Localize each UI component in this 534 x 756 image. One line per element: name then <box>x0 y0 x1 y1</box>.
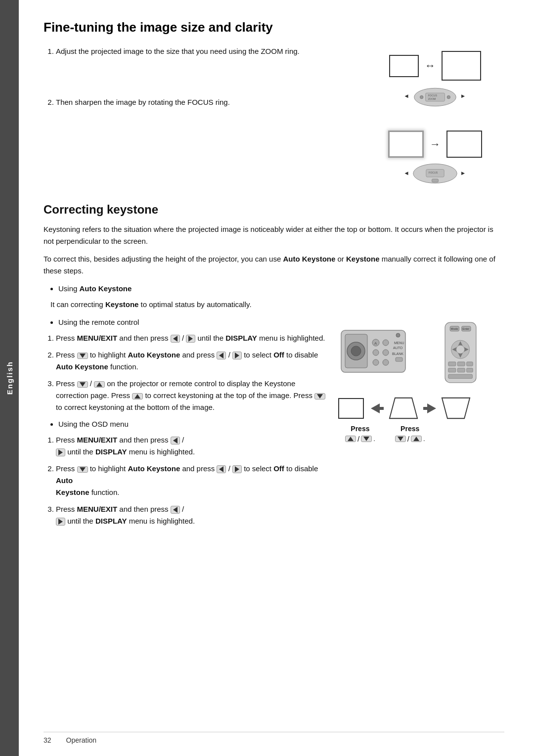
svg-text:◄: ◄ <box>403 170 409 176</box>
sidebar-label: English <box>5 361 14 395</box>
up-press-btn <box>345 436 356 442</box>
step-1: Adjust the projected image to the size t… <box>56 46 351 57</box>
left-osd-btn2 <box>217 465 226 473</box>
press-icons-1: / . <box>345 435 375 443</box>
svg-point-29 <box>396 333 400 337</box>
projector-focus-svg: ◄ ► FOCUS <box>403 161 467 188</box>
press-text-1: Press <box>351 425 369 433</box>
up-icon2 <box>134 394 140 399</box>
press-text-2: Press <box>400 425 419 433</box>
svg-point-22 <box>383 350 389 356</box>
left-osd-btn <box>171 437 180 445</box>
remote-svg: Mode Enter <box>437 320 484 385</box>
left-icon <box>173 336 178 342</box>
down-press-btn2 <box>395 436 406 442</box>
down-osd-btn <box>77 466 88 473</box>
footer-page: 32 <box>44 736 51 744</box>
focus-box-sharp <box>446 131 482 158</box>
right-icon <box>188 336 193 342</box>
trapezoid-bottom-svg <box>441 395 471 422</box>
step-2: Then sharpen the image by rotating the F… <box>56 97 351 108</box>
zoom-arrow: ↔ <box>425 59 436 72</box>
svg-point-7 <box>447 95 450 99</box>
shape-arrow2 <box>422 401 437 416</box>
svg-text:FOCUS: FOCUS <box>428 94 438 97</box>
focus-box-blur <box>388 131 424 158</box>
trapezoid-svg <box>389 395 418 422</box>
right-osd-btn2 <box>232 465 242 473</box>
zoom-boxes: ↔ <box>389 51 481 81</box>
svg-rect-48 <box>339 399 363 418</box>
svg-point-20 <box>383 340 389 346</box>
press-icons-2: / . <box>395 435 425 443</box>
bullet-remote: Using the remote control <box>58 316 326 328</box>
keystone-shapes-row: Press / . Press <box>336 392 504 443</box>
svg-marker-51 <box>423 403 436 413</box>
svg-rect-46 <box>467 368 473 372</box>
right-osd-icon3 <box>58 519 63 525</box>
keystone-intro2: To correct this, besides adjusting the h… <box>44 253 504 277</box>
left-osd-icon3 <box>173 507 178 513</box>
osd-steps: Press MENU/EXIT and then press / until t… <box>44 434 326 527</box>
projector-zoom-svg: ◄ ► FOCUS ZOOM <box>403 84 467 111</box>
svg-text:◄: ◄ <box>403 92 409 99</box>
fine-tuning-illustrations: ↔ ◄ ► FOCUS ZOOM <box>366 46 504 188</box>
osd-step-3: Press MENU/EXIT and then press / until t… <box>56 503 326 527</box>
down-press-btn <box>361 436 372 442</box>
sidebar-tab: English <box>0 0 19 756</box>
keystone-intro1: Keystoning refers to the situation where… <box>44 223 504 247</box>
down-icon2 <box>80 382 86 387</box>
svg-text:►: ► <box>460 92 466 99</box>
svg-rect-13 <box>432 179 439 182</box>
bold-keystone: Keystone <box>346 255 380 263</box>
down-icon3 <box>317 394 323 399</box>
svg-text:ZOOM: ZOOM <box>428 97 436 100</box>
up-press-icon2 <box>413 437 419 441</box>
osd-step-1: Press MENU/EXIT and then press / until t… <box>56 434 326 458</box>
fine-tuning-text: Adjust the projected image to the size t… <box>44 46 351 188</box>
normal-rect-svg <box>336 396 366 421</box>
osd-bullet: Using the OSD menu <box>44 418 326 430</box>
svg-rect-42 <box>457 362 465 366</box>
bullet-osd: Using the OSD menu <box>58 418 326 430</box>
zoom-illustration: ↔ ◄ ► FOCUS ZOOM <box>389 51 481 111</box>
press-label-2: Press / . <box>395 425 425 443</box>
remote-step-3: Press / on the projector or remote contr… <box>56 378 326 413</box>
right-osd-btn3 <box>56 518 65 526</box>
svg-rect-47 <box>448 374 473 378</box>
up-icon <box>96 382 102 387</box>
bold-auto-keystone: Auto Keystone <box>283 255 335 263</box>
right-icon2 <box>235 353 239 358</box>
footer: 32 Operation <box>44 732 504 744</box>
svg-point-21 <box>373 350 379 356</box>
left-icon2 <box>219 353 223 358</box>
fine-tuning-steps: Adjust the projected image to the size t… <box>44 46 351 108</box>
svg-text:FOCUS: FOCUS <box>429 171 438 174</box>
section-fine-tuning: Fine-tuning the image size and clarity A… <box>44 20 504 188</box>
remote-step-1: Press MENU/EXIT and then press / until t… <box>56 332 326 344</box>
left-osd-icon <box>173 438 178 444</box>
svg-text:►: ► <box>460 170 466 176</box>
right-osd-icon2 <box>235 466 239 472</box>
svg-text:Enter: Enter <box>462 327 469 330</box>
svg-marker-49 <box>371 403 384 413</box>
left-arrow-btn <box>171 335 180 343</box>
keystone-title: Correcting keystone <box>44 203 504 217</box>
projector-svg: A MENU AUTO BLANK <box>336 320 430 385</box>
svg-rect-45 <box>457 368 465 372</box>
bottom-section: Using the remote control Press MENU/EXIT… <box>44 316 504 532</box>
press-label-1: Press / . <box>345 425 375 443</box>
bottom-left: Using the remote control Press MENU/EXIT… <box>44 316 326 532</box>
down-btn3 <box>314 393 325 400</box>
svg-text:AUTO: AUTO <box>393 346 403 350</box>
remote-bullet: Using the remote control <box>44 316 326 328</box>
svg-point-24 <box>383 359 389 365</box>
remote-step-2: Press to highlight Auto Keystone and pre… <box>56 349 326 373</box>
shape-arrow <box>370 401 385 416</box>
svg-text:Mode: Mode <box>451 327 458 330</box>
svg-text:BLANK: BLANK <box>392 352 403 356</box>
bullet-auto-keystone: Using Auto Keystone <box>58 283 504 295</box>
svg-rect-41 <box>448 362 456 366</box>
main-content: Fine-tuning the image size and clarity A… <box>19 0 534 756</box>
up-press-icon <box>348 437 354 441</box>
